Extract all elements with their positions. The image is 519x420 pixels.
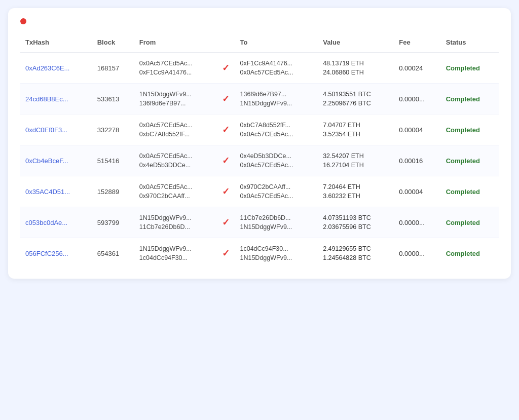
cell-check: ✓ bbox=[217, 207, 235, 238]
cell-to: 136f9d6e7B97... 1N15DdggWFv9... bbox=[235, 84, 318, 114]
cell-to: 0xbC7A8d552fF... 0x0Ac57CEd5Ac... bbox=[235, 114, 318, 145]
col-from: From bbox=[134, 34, 217, 53]
col-check bbox=[217, 34, 235, 53]
cell-fee: 0.0000... bbox=[394, 207, 441, 238]
live-indicator-dot bbox=[20, 18, 26, 24]
cell-txhash[interactable]: 0xCb4eBceF... bbox=[20, 145, 92, 176]
check-icon: ✓ bbox=[222, 217, 230, 227]
cell-to: 0xF1Cc9A41476... 0x0Ac57CEd5Ac... bbox=[235, 53, 318, 84]
status-badge: Completed bbox=[446, 157, 480, 165]
status-badge: Completed bbox=[446, 250, 480, 257]
col-value: Value bbox=[318, 34, 394, 53]
cell-check: ✓ bbox=[217, 84, 235, 114]
cell-txhash[interactable]: 056FCfC256... bbox=[20, 238, 92, 269]
cell-fee: 0.0000... bbox=[394, 84, 441, 114]
cell-fee: 0.00004 bbox=[394, 114, 441, 145]
table-row: 0xAd263C6E... 168157 0x0Ac57CEd5Ac... 0x… bbox=[20, 53, 499, 84]
cell-check: ✓ bbox=[217, 238, 235, 269]
cell-txhash[interactable]: c053bc0dAe... bbox=[20, 207, 92, 238]
cell-value: 32.54207 ETH 16.27104 ETH bbox=[318, 145, 394, 176]
check-icon: ✓ bbox=[222, 125, 230, 135]
cell-block: 152889 bbox=[92, 176, 134, 207]
col-to: To bbox=[235, 34, 318, 53]
table-row: 24cd68B8Ec... 533613 1N15DdggWFv9... 136… bbox=[20, 84, 499, 114]
cell-from: 0x0Ac57CEd5Ac... 0xbC7A8d552fF... bbox=[134, 114, 217, 145]
cell-to: 0x970C2bCAAff... 0x0Ac57CEd5Ac... bbox=[235, 176, 318, 207]
status-badge: Completed bbox=[446, 219, 480, 226]
cell-status: Completed bbox=[441, 238, 499, 269]
cell-value: 48.13719 ETH 24.06860 ETH bbox=[318, 53, 394, 84]
cell-check: ✓ bbox=[217, 114, 235, 145]
cell-from: 1N15DdggWFv9... 136f9d6e7B97... bbox=[134, 84, 217, 114]
status-badge: Completed bbox=[446, 64, 480, 72]
cell-fee: 0.00004 bbox=[394, 176, 441, 207]
table-row: 0xdC0Ef0F3... 332278 0x0Ac57CEd5Ac... 0x… bbox=[20, 114, 499, 145]
table-row: 0xCb4eBceF... 515416 0x0Ac57CEd5Ac... 0x… bbox=[20, 145, 499, 176]
cell-value: 4.07351193 BTC 2.03675596 BTC bbox=[318, 207, 394, 238]
cell-from: 1N15DdggWFv9... 1c04dCc94F30... bbox=[134, 238, 217, 269]
table-row: 056FCfC256... 654361 1N15DdggWFv9... 1c0… bbox=[20, 238, 499, 269]
cell-from: 0x0Ac57CEd5Ac... 0x970C2bCAAff... bbox=[134, 176, 217, 207]
cell-value: 4.50193551 BTC 2.25096776 BTC bbox=[318, 84, 394, 114]
cell-status: Completed bbox=[441, 84, 499, 114]
col-fee: Fee bbox=[394, 34, 441, 53]
cell-check: ✓ bbox=[217, 176, 235, 207]
cell-check: ✓ bbox=[217, 53, 235, 84]
transactions-table: TxHash Block From To Value Fee Status 0x… bbox=[20, 34, 499, 269]
check-icon: ✓ bbox=[222, 248, 230, 258]
cell-value: 7.04707 ETH 3.52354 ETH bbox=[318, 114, 394, 145]
cell-check: ✓ bbox=[217, 145, 235, 176]
cell-block: 515416 bbox=[92, 145, 134, 176]
col-status: Status bbox=[441, 34, 499, 53]
col-block: Block bbox=[92, 34, 134, 53]
check-icon: ✓ bbox=[222, 63, 230, 73]
cell-status: Completed bbox=[441, 176, 499, 207]
cell-value: 7.20464 ETH 3.60232 ETH bbox=[318, 176, 394, 207]
cell-block: 168157 bbox=[92, 53, 134, 84]
cell-txhash[interactable]: 0xdC0Ef0F3... bbox=[20, 114, 92, 145]
cell-status: Completed bbox=[441, 207, 499, 238]
cell-block: 593799 bbox=[92, 207, 134, 238]
cell-fee: 0.0000... bbox=[394, 238, 441, 269]
cell-block: 654361 bbox=[92, 238, 134, 269]
cell-from: 0x0Ac57CEd5Ac... 0x4eD5b3DDCe... bbox=[134, 145, 217, 176]
status-badge: Completed bbox=[446, 188, 480, 196]
cell-to: 1c04dCc94F30... 1N15DdggWFv9... bbox=[235, 238, 318, 269]
cell-from: 1N15DdggWFv9... 11Cb7e26Db6D... bbox=[134, 207, 217, 238]
cell-from: 0x0Ac57CEd5Ac... 0xF1Cc9A41476... bbox=[134, 53, 217, 84]
cell-fee: 0.00024 bbox=[394, 53, 441, 84]
main-container: TxHash Block From To Value Fee Status 0x… bbox=[8, 8, 511, 279]
status-badge: Completed bbox=[446, 95, 480, 103]
col-txhash: TxHash bbox=[20, 34, 92, 53]
cell-to: 11Cb7e26Db6D... 1N15DdggWFv9... bbox=[235, 207, 318, 238]
cell-txhash[interactable]: 0xAd263C6E... bbox=[20, 53, 92, 84]
check-icon: ✓ bbox=[222, 94, 230, 104]
cell-status: Completed bbox=[441, 53, 499, 84]
status-badge: Completed bbox=[446, 126, 480, 134]
live-header bbox=[20, 18, 499, 24]
cell-to: 0x4eD5b3DDCe... 0x0Ac57CEd5Ac... bbox=[235, 145, 318, 176]
table-header-row: TxHash Block From To Value Fee Status bbox=[20, 34, 499, 53]
cell-txhash[interactable]: 24cd68B8Ec... bbox=[20, 84, 92, 114]
cell-status: Completed bbox=[441, 145, 499, 176]
cell-block: 533613 bbox=[92, 84, 134, 114]
table-row: c053bc0dAe... 593799 1N15DdggWFv9... 11C… bbox=[20, 207, 499, 238]
cell-txhash[interactable]: 0x35AC4D51... bbox=[20, 176, 92, 207]
cell-block: 332278 bbox=[92, 114, 134, 145]
check-icon: ✓ bbox=[222, 186, 230, 197]
check-icon: ✓ bbox=[222, 156, 230, 166]
cell-value: 2.49129655 BTC 1.24564828 BTC bbox=[318, 238, 394, 269]
table-row: 0x35AC4D51... 152889 0x0Ac57CEd5Ac... 0x… bbox=[20, 176, 499, 207]
cell-status: Completed bbox=[441, 114, 499, 145]
cell-fee: 0.00016 bbox=[394, 145, 441, 176]
